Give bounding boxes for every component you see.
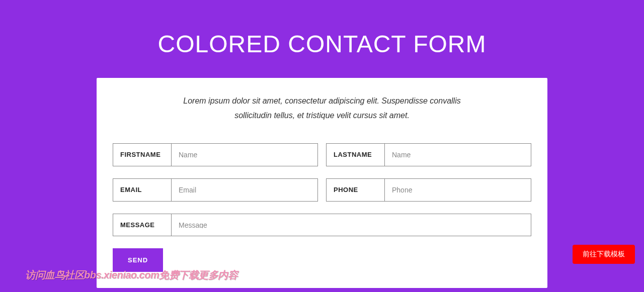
lastname-group: LASTNAME [326, 143, 531, 166]
message-input[interactable] [172, 214, 531, 228]
form-row-3: MESSAGE [113, 214, 531, 236]
intro-text: Lorem ipsum dolor sit amet, consectetur … [176, 94, 468, 123]
firstname-input[interactable] [172, 144, 317, 166]
watermark-text: 访问血鸟社区bbs.xieniao.com免费下载更多内容 [25, 268, 237, 282]
firstname-group: FIRSTNAME [113, 143, 318, 166]
contact-card: Lorem ipsum dolor sit amet, consectetur … [97, 78, 547, 288]
message-label: MESSAGE [113, 214, 172, 236]
form-row-2: EMAIL PHONE [113, 178, 531, 202]
download-template-button[interactable]: 前往下载模板 [573, 245, 635, 264]
message-group: MESSAGE [113, 214, 531, 236]
phone-group: PHONE [326, 178, 531, 202]
email-group: EMAIL [113, 178, 318, 202]
lastname-input[interactable] [385, 144, 531, 166]
page-title: COLORED CONTACT FORM [0, 0, 644, 78]
lastname-label: LASTNAME [327, 144, 385, 166]
form-row-1: FIRSTNAME LASTNAME [113, 143, 531, 166]
phone-input[interactable] [385, 179, 531, 201]
firstname-label: FIRSTNAME [113, 144, 172, 166]
phone-label: PHONE [327, 179, 385, 201]
email-input[interactable] [172, 179, 317, 201]
email-label: EMAIL [113, 179, 172, 201]
